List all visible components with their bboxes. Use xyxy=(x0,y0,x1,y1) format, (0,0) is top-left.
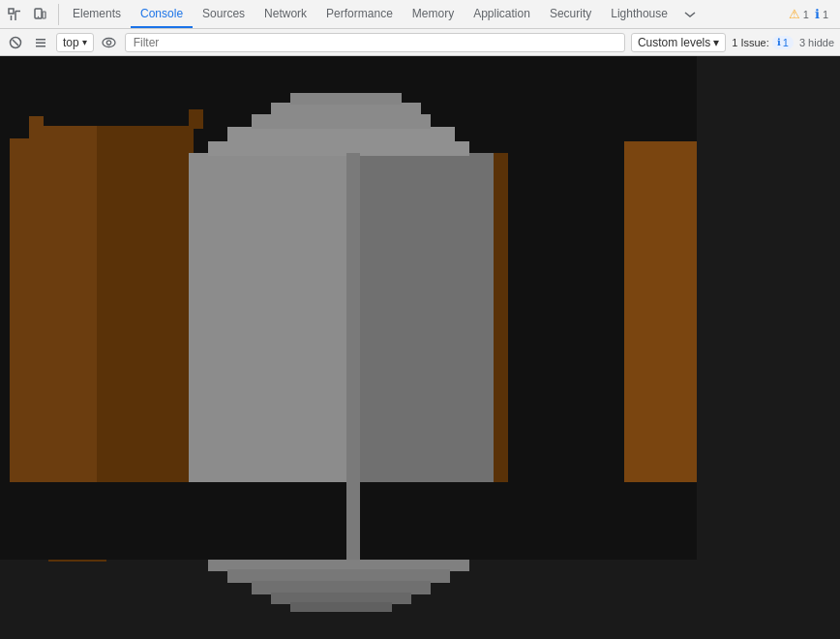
px11 xyxy=(252,114,431,129)
px21 xyxy=(29,116,44,128)
svg-rect-10 xyxy=(36,42,45,44)
tab-memory[interactable]: Memory xyxy=(403,0,464,28)
px6 xyxy=(189,109,203,129)
filter-input[interactable] xyxy=(125,33,625,52)
alert-group: ⚠ 1 ℹ 1 xyxy=(781,7,836,21)
issue-count-badge: ℹ 1 xyxy=(772,36,794,49)
tab-list: Elements Console Sources Network Perform… xyxy=(63,0,781,28)
svg-rect-9 xyxy=(36,39,45,41)
tab-network[interactable]: Network xyxy=(255,0,316,28)
tab-application[interactable]: Application xyxy=(464,0,540,28)
px18 xyxy=(290,602,392,612)
info-icon: ℹ xyxy=(815,7,820,21)
warning-icon: ⚠ xyxy=(789,7,800,21)
svg-point-6 xyxy=(38,15,39,16)
svg-line-8 xyxy=(13,40,18,46)
toolbar-icon-group xyxy=(4,4,59,25)
pixel-art-image xyxy=(0,56,697,560)
tab-elements[interactable]: Elements xyxy=(63,0,131,28)
custom-levels-dropdown[interactable]: Custom levels ▾ xyxy=(631,33,726,52)
inspect-element-button[interactable] xyxy=(4,4,25,25)
tab-overflow-button[interactable] xyxy=(677,0,703,28)
tab-performance[interactable]: Performance xyxy=(316,0,403,28)
svg-rect-11 xyxy=(36,46,45,47)
px12 xyxy=(271,103,421,116)
px5 xyxy=(97,126,194,152)
clear-console-button[interactable] xyxy=(6,33,25,52)
px9 xyxy=(208,141,469,156)
tab-sources[interactable]: Sources xyxy=(193,0,255,28)
px4 xyxy=(97,148,194,516)
svg-point-12 xyxy=(103,38,115,46)
info-small-icon: ℹ xyxy=(777,37,781,47)
svg-rect-5 xyxy=(43,12,45,18)
levels-chevron-icon: ▾ xyxy=(713,36,719,49)
info-badge[interactable]: ℹ 1 xyxy=(815,7,828,21)
tab-security[interactable]: Security xyxy=(540,0,601,28)
console-content xyxy=(0,56,840,639)
live-expressions-button[interactable] xyxy=(100,33,119,52)
px13 xyxy=(290,93,402,105)
svg-point-13 xyxy=(106,40,110,44)
px2 xyxy=(10,153,102,516)
px25 xyxy=(346,153,360,560)
context-selector[interactable]: top ▾ xyxy=(56,33,94,52)
console-toolbar: top ▾ Custom levels ▾ 1 Issue: ℹ 1 3 hid… xyxy=(0,29,840,56)
tab-lighthouse[interactable]: Lighthouse xyxy=(601,0,677,28)
devtools-tabbar: Elements Console Sources Network Perform… xyxy=(0,0,840,29)
px10 xyxy=(227,127,455,143)
svg-rect-0 xyxy=(9,9,14,14)
chevron-down-icon: ▾ xyxy=(82,37,87,47)
hidden-messages-badge: 3 hidde xyxy=(799,37,834,48)
device-toolbar-button[interactable] xyxy=(29,4,50,25)
px1 xyxy=(10,138,29,153)
warning-badge[interactable]: ⚠ 1 xyxy=(789,7,809,21)
issue-badge[interactable]: 1 Issue: ℹ 1 xyxy=(732,36,794,49)
settings-button[interactable] xyxy=(31,33,50,52)
tab-console[interactable]: Console xyxy=(131,0,193,28)
